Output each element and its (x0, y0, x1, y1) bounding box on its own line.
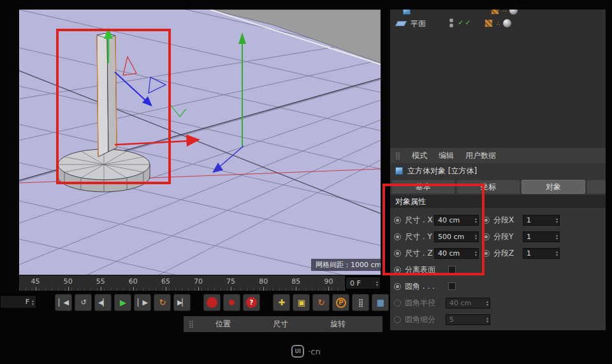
rotate-tool-button[interactable]: ↻ (312, 294, 330, 311)
keyframe-radio[interactable] (483, 233, 490, 240)
plane-object[interactable] (210, 10, 381, 64)
prev-frame-button[interactable]: ◀▏ (94, 294, 112, 311)
property-row: 尺寸 . Z 40 cm ▴▾ 分段Z 1 ▴▾ (390, 245, 606, 261)
object-row-plane[interactable]: 平面 ✓✓ ∴ (390, 17, 606, 30)
property-row: 尺寸 . X 40 cm ▴▾ 分段X 1 ▴▾ (390, 212, 606, 228)
timeline-tick[interactable]: 45 (19, 275, 52, 291)
object-row-partial[interactable]: ∴ (390, 10, 606, 17)
frame-field-left[interactable]: F ▴▾ (0, 295, 36, 309)
watermark-suffix: ·cn (308, 347, 321, 356)
attribute-menu-bar: ⣿ 模式 编辑 用户数据 (390, 148, 606, 163)
workplane-button[interactable]: ▦ (372, 294, 389, 311)
timeline-tick[interactable]: 85 (280, 275, 312, 291)
phong-tag-icon[interactable] (503, 19, 511, 27)
jump-start-button[interactable]: ▏◀ (55, 294, 72, 311)
timeline-tick[interactable]: 50 (52, 275, 84, 291)
timeline-tick[interactable]: 80 (247, 275, 280, 291)
keyframe-radio[interactable] (394, 266, 401, 273)
cube-object[interactable] (97, 33, 117, 157)
timeline-tick[interactable]: 65 (149, 275, 182, 291)
play-button[interactable]: ▶ (114, 294, 131, 311)
move-tool-button[interactable]: ✚ (273, 294, 290, 311)
value-field[interactable]: 40 cm ▴▾ (434, 248, 479, 259)
object-axis-gizmo[interactable] (104, 27, 200, 147)
spinner-icon[interactable]: ▴▾ (556, 233, 558, 240)
watermark-logo: UI (291, 345, 304, 358)
timeline-tick[interactable]: 70 (182, 275, 214, 291)
keyframe-radio[interactable] (483, 217, 490, 224)
value-field[interactable]: 1 ▴▾ (523, 215, 560, 226)
attribute-title: 立方体对象 [立方体] (390, 163, 606, 178)
keyframe-radio[interactable] (394, 283, 401, 290)
value-field[interactable]: 500 cm ▴▾ (434, 231, 479, 242)
timeline-tick[interactable]: 60 (117, 275, 149, 291)
phong-tag-icon[interactable] (509, 10, 518, 15)
keyframe-radio[interactable] (483, 250, 490, 257)
normal-marker-green (171, 105, 186, 117)
texture-tag-icon[interactable] (491, 10, 499, 15)
property-row: 圆角 . . . (390, 278, 606, 295)
value-field[interactable]: 1 ▴▾ (523, 231, 560, 242)
keyframe-radio[interactable] (394, 217, 401, 224)
next-frame-button[interactable]: ▏▶ (134, 294, 151, 311)
grip-icon[interactable]: ⣿ (395, 152, 400, 160)
checkbox[interactable] (448, 266, 456, 273)
timeline-ruler[interactable]: 45 50 55 60 65 70 75 80 85 90 (19, 275, 345, 291)
property-label: 分段Z (493, 248, 523, 259)
spinner-icon[interactable]: ▴▾ (376, 280, 378, 286)
attribute-tab[interactable]: 坐标 (456, 180, 520, 194)
spinner-icon[interactable]: ▴▾ (475, 217, 477, 223)
x-axis-arrow (186, 135, 200, 147)
enabled-checks[interactable]: ✓✓ (458, 18, 472, 27)
watermark: UI ·cn (0, 345, 612, 358)
dots-button[interactable]: ⣿ (352, 294, 369, 311)
jump-end-button[interactable]: ▶▏ (173, 294, 191, 311)
property-label: 分段Y (493, 231, 523, 242)
property-label: 尺寸 . X (405, 215, 434, 226)
menu-mode[interactable]: 模式 (412, 150, 427, 161)
spinner-icon[interactable]: ▴▾ (475, 233, 477, 240)
value-field[interactable]: 1 ▴▾ (523, 248, 560, 259)
current-frame-field[interactable]: 0 F ▴▾ (346, 277, 381, 289)
cylinder-base[interactable] (58, 149, 150, 192)
keyframe-radio[interactable] (394, 233, 401, 240)
question-button[interactable]: ? (243, 294, 260, 311)
value-field[interactable]: 40 cm ▴▾ (434, 215, 479, 226)
object-properties-header: 对象属性 (390, 195, 606, 208)
spinner-icon[interactable]: ▴▾ (556, 250, 558, 256)
spinner-icon[interactable]: ▴▾ (475, 250, 477, 256)
viewport-3d[interactable]: 网格间距：1000 cm (19, 10, 381, 275)
checkbox[interactable] (448, 282, 456, 290)
timeline-tick[interactable]: 90 (312, 275, 345, 291)
autokey-button[interactable] (223, 294, 240, 311)
texture-tag-icon[interactable] (484, 19, 493, 27)
timeline-tick[interactable]: 75 (215, 275, 247, 291)
keyframe-radio[interactable] (394, 250, 401, 257)
coord-system-button[interactable]: P (332, 294, 349, 311)
record-button[interactable] (203, 294, 221, 311)
property-label: 圆角 . . . (405, 281, 446, 292)
property-label: 分段X (493, 215, 523, 226)
property-label: 圆角细分 (405, 314, 446, 325)
dots-tag-icon[interactable]: ∴ (496, 20, 500, 27)
visibility-dots[interactable] (449, 18, 453, 27)
loop-button[interactable]: ↻ (154, 294, 171, 311)
spinner-icon[interactable]: ▴▾ (556, 217, 558, 223)
header-rotation: 旋转 (330, 319, 366, 330)
timeline-tick[interactable]: 55 (84, 275, 117, 291)
property-row: 分离表面 (390, 261, 606, 278)
dots-tag-icon[interactable]: ∴ (502, 10, 506, 13)
coordinates-header-bar: ⣿ 位置 尺寸 旋转 (184, 316, 382, 332)
attribute-tab[interactable]: 对象 (521, 180, 585, 194)
menu-user-data[interactable]: 用户数据 (465, 150, 496, 161)
scale-tool-button[interactable]: ▣ (293, 294, 310, 311)
attribute-tab[interactable]: 平滑 (586, 180, 606, 194)
play-reverse-button[interactable]: ↺ (75, 294, 92, 311)
viewport-scene (19, 10, 381, 275)
attribute-tab[interactable]: 基本 (391, 180, 455, 194)
object-manager: ∴ 平面 ✓✓ ∴ (390, 10, 606, 148)
normal-marker-red (123, 57, 136, 75)
menu-edit[interactable]: 编辑 (439, 150, 454, 161)
grip-icon[interactable]: ⣿ (189, 320, 194, 328)
spinner-icon[interactable]: ▴▾ (32, 299, 34, 305)
